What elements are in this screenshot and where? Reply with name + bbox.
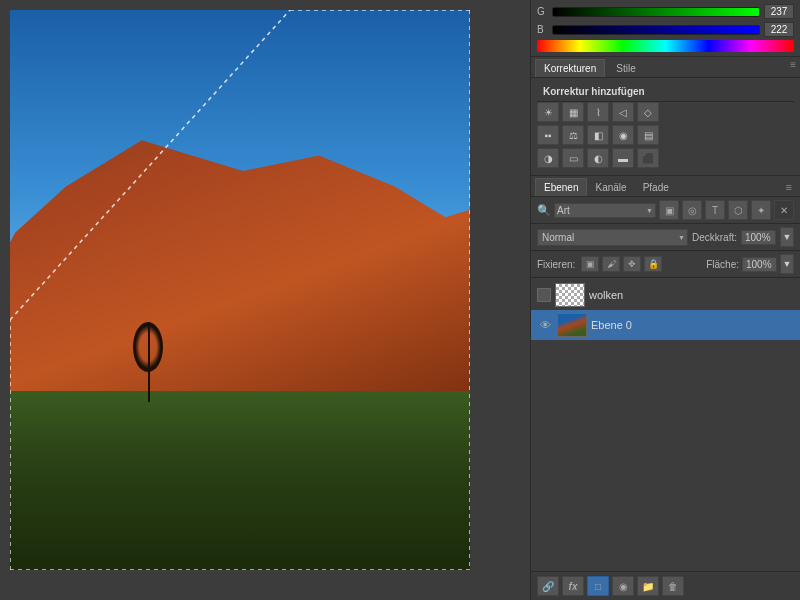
link-button[interactable]: 🔗: [537, 576, 559, 596]
g-value[interactable]: 237: [764, 4, 794, 19]
deckkraft-label: Deckkraft:: [692, 232, 737, 243]
tab-pfade[interactable]: Pfade: [635, 179, 677, 196]
canvas-image: [10, 10, 470, 570]
vibrance-icon[interactable]: ◇: [637, 102, 659, 122]
b-slider[interactable]: [552, 25, 760, 35]
mixer-icon[interactable]: ▤: [637, 125, 659, 145]
layer-item[interactable]: 👁 Ebene 0: [531, 310, 800, 340]
landscape-image: [10, 10, 470, 570]
fixieren-row: Fixieren: ▣ 🖌 ✥ 🔒 Fläche: 100% ▼: [531, 251, 800, 278]
threshold-icon[interactable]: ◐: [587, 148, 609, 168]
layers-tabs: Ebenen Kanäle Pfade ≡: [531, 176, 800, 197]
new-layer-button[interactable]: □: [587, 576, 609, 596]
tab-korrekturen[interactable]: Korrekturen: [535, 59, 605, 77]
layer-filter-row: 🔍 Art ▣ ◎ T ⬡ ✦ ✕: [531, 197, 800, 224]
corrections-row-3: ◑ ▭ ◐ ▬ ⬛: [537, 148, 794, 168]
exposure-icon[interactable]: ◁: [612, 102, 634, 122]
photo-filter-icon[interactable]: ◉: [612, 125, 634, 145]
corrections-tabs: Korrekturen Stile ≡: [531, 57, 800, 78]
g-label: G: [537, 6, 549, 17]
group-button[interactable]: 📁: [637, 576, 659, 596]
b-value[interactable]: 222: [764, 22, 794, 37]
filter-close[interactable]: ✕: [774, 200, 794, 220]
deckkraft-arrow[interactable]: ▼: [780, 227, 794, 247]
filter-btn-1[interactable]: ▣: [659, 200, 679, 220]
corrections-header: Korrektur hinzufügen: [537, 82, 794, 102]
blend-mode-wrapper: Normal: [537, 229, 688, 246]
flaeche-arrow[interactable]: ▼: [780, 254, 794, 274]
layer-name: wolken: [589, 289, 794, 301]
filter-btn-2[interactable]: ◎: [682, 200, 702, 220]
layer-visibility-checkbox[interactable]: [537, 288, 551, 302]
g-color-row: G 237: [537, 4, 794, 19]
layer-item[interactable]: wolken: [531, 280, 800, 310]
flaeche-label: Fläche:: [706, 259, 739, 270]
brightness-icon[interactable]: ☀: [537, 102, 559, 122]
right-panel: G 237 B 222 Korrekturen Stile ≡ Korrektu…: [530, 0, 800, 600]
filter-btn-4[interactable]: ⬡: [728, 200, 748, 220]
b-color-row: B 222: [537, 22, 794, 37]
layers-bottom-toolbar: 🔗 fx □ ◉ 📁 🗑: [531, 571, 800, 600]
hsl-icon[interactable]: ▪▪: [537, 125, 559, 145]
fix-pixel-icon[interactable]: ▣: [581, 256, 599, 272]
filter-btn-5[interactable]: ✦: [751, 200, 771, 220]
flaeche-value[interactable]: 100%: [742, 257, 777, 272]
curves-icon[interactable]: ⌇: [587, 102, 609, 122]
color-area: G 237 B 222: [531, 0, 800, 57]
delete-button[interactable]: 🗑: [662, 576, 684, 596]
layer-name: Ebene 0: [591, 319, 794, 331]
fixieren-label: Fixieren:: [537, 259, 575, 270]
corrections-row-2: ▪▪ ⚖ ◧ ◉ ▤: [537, 125, 794, 145]
tree: [148, 322, 150, 402]
blend-mode-select[interactable]: Normal: [537, 229, 688, 246]
layer-eye-icon[interactable]: 👁: [537, 317, 553, 333]
corrections-content: Korrektur hinzufügen ☀ ▦ ⌇ ◁ ◇ ▪▪ ⚖ ◧ ◉ …: [531, 78, 800, 176]
filter-btn-3[interactable]: T: [705, 200, 725, 220]
color-spectrum[interactable]: [537, 40, 794, 52]
tab-kanaele[interactable]: Kanäle: [587, 179, 634, 196]
corrections-menu-icon[interactable]: ≡: [790, 59, 796, 77]
layers-menu-icon[interactable]: ≡: [782, 179, 796, 195]
blend-opacity-row: Normal Deckkraft: 100% ▼: [531, 224, 800, 251]
fx-button[interactable]: fx: [562, 576, 584, 596]
fix-lock-icon[interactable]: 🔒: [644, 256, 662, 272]
art-select-wrapper: Art: [554, 203, 656, 218]
layer-thumbnail: [555, 283, 585, 307]
gradient-map-icon[interactable]: ▬: [612, 148, 634, 168]
art-select[interactable]: Art: [554, 203, 656, 218]
bw-icon[interactable]: ◧: [587, 125, 609, 145]
layer-thumbnail: [557, 313, 587, 337]
levels-icon[interactable]: ▦: [562, 102, 584, 122]
tab-stile[interactable]: Stile: [607, 59, 644, 77]
b-label: B: [537, 24, 549, 35]
tab-ebenen[interactable]: Ebenen: [535, 178, 587, 196]
fix-move-icon[interactable]: ✥: [623, 256, 641, 272]
corrections-row-1: ☀ ▦ ⌇ ◁ ◇: [537, 102, 794, 122]
balance-icon[interactable]: ⚖: [562, 125, 584, 145]
deckkraft-value[interactable]: 100%: [741, 230, 776, 245]
ground: [10, 391, 470, 570]
selective-color-icon[interactable]: ⬛: [637, 148, 659, 168]
search-icon: 🔍: [537, 204, 551, 217]
fix-paint-icon[interactable]: 🖌: [602, 256, 620, 272]
posterize-icon[interactable]: ▭: [562, 148, 584, 168]
mask-button[interactable]: ◉: [612, 576, 634, 596]
layer-list: wolken 👁 Ebene 0: [531, 278, 800, 571]
g-slider[interactable]: [552, 7, 760, 17]
canvas-area: [0, 0, 530, 600]
invert-icon[interactable]: ◑: [537, 148, 559, 168]
